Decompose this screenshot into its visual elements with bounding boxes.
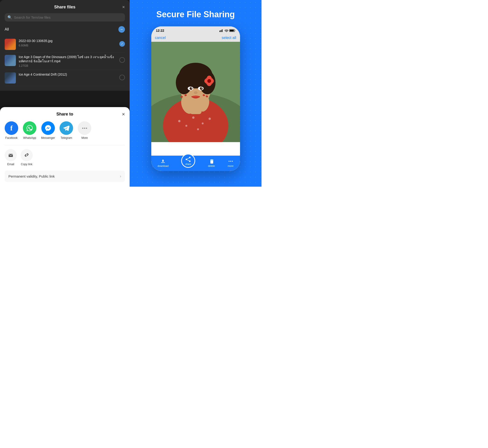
search-bar: 🔍 (5, 13, 125, 22)
telegram-icon (59, 121, 73, 135)
chevron-right-icon: › (120, 174, 121, 179)
svg-point-34 (201, 88, 202, 88)
left-panel: Share files × 🔍 All − 2022-03-30 130635.… (0, 0, 130, 187)
svg-rect-0 (220, 31, 220, 32)
share-apps-row: f Facebook WhatsApp (5, 121, 125, 140)
phone-mockup: 12:22 cancel select all (151, 26, 240, 171)
email-label: Email (7, 163, 14, 166)
all-section: All − (5, 26, 125, 33)
share-to-title: Share to (56, 112, 73, 117)
svg-point-31 (190, 87, 192, 90)
file-name-1: 2022-03-30 130635.jpg (19, 39, 117, 43)
permanent-link-row[interactable]: Permanent validity, Public link › (5, 171, 125, 182)
svg-point-9 (178, 120, 180, 122)
status-icons (220, 29, 235, 32)
file-size-2: 1.27GB (19, 64, 117, 67)
phone-select-all-button[interactable]: select all (222, 36, 236, 40)
svg-point-35 (194, 91, 197, 94)
dot-3 (86, 128, 87, 129)
svg-rect-4 (229, 30, 234, 32)
file-item[interactable]: 2022-03-30 130635.jpg 6.60MB ✓ (5, 36, 125, 53)
delete-label: delete (208, 165, 215, 167)
deselect-all-button[interactable]: − (118, 26, 125, 33)
share-to-close-button[interactable]: × (122, 111, 125, 117)
dialog-header: Share files × (5, 5, 125, 9)
status-time: 12:22 (156, 29, 164, 32)
share-fab-label: share (185, 163, 191, 165)
file-name-2: Ice Age 3 Dawn of the Dinosaurs (2009) ไ… (19, 55, 117, 63)
svg-point-12 (202, 122, 203, 124)
share-actions-row: Email Copy link (5, 149, 125, 166)
svg-rect-8 (170, 112, 221, 142)
divider-1 (5, 145, 125, 145)
more-icon (228, 159, 233, 164)
delete-icon (209, 159, 214, 164)
more-label: More (81, 136, 88, 140)
svg-point-47 (186, 159, 187, 160)
share-to-sheet: Share to × f Facebook WhatsApp (0, 107, 130, 187)
whatsapp-icon (23, 121, 36, 135)
search-icon: 🔍 (8, 15, 12, 20)
messenger-icon (41, 121, 55, 135)
svg-point-33 (191, 88, 192, 88)
all-label: All (5, 27, 9, 32)
file-checkbox-2[interactable] (119, 57, 125, 63)
svg-point-14 (197, 128, 199, 130)
file-item-3[interactable]: Ice Age 4 Continental Drift (2012) (5, 70, 125, 86)
share-app-whatsapp[interactable]: WhatsApp (23, 121, 36, 140)
share-fab-button[interactable]: share (181, 154, 195, 168)
file-thumbnail-2 (5, 55, 16, 66)
download-icon (160, 159, 166, 164)
copylink-action[interactable]: Copy link (21, 149, 33, 166)
share-app-more[interactable]: More (78, 121, 91, 140)
facebook-label: Facebook (5, 136, 18, 140)
svg-point-10 (185, 125, 187, 127)
svg-rect-1 (221, 30, 221, 32)
download-action[interactable]: download (158, 159, 169, 167)
svg-point-50 (230, 161, 231, 162)
permanent-link-text: Permanent validity, Public link (8, 174, 55, 178)
copylink-icon (21, 149, 33, 161)
battery-icon (229, 29, 235, 32)
phone-image-area (151, 42, 240, 142)
signal-icon (220, 29, 224, 32)
more-action[interactable]: more (228, 159, 234, 167)
file-checkbox-1[interactable]: ✓ (119, 41, 125, 47)
messenger-label: Messenger (41, 136, 55, 140)
facebook-icon: f (5, 121, 18, 135)
file-item-2[interactable]: Ice Age 3 Dawn of the Dinosaurs (2009) ไ… (5, 53, 125, 70)
more-label: more (228, 165, 234, 167)
delete-action[interactable]: delete (208, 159, 215, 167)
wifi-icon (225, 29, 228, 32)
dot-2 (84, 128, 85, 129)
svg-rect-2 (222, 29, 222, 32)
file-size-1: 6.60MB (19, 44, 117, 47)
phone-status-bar: 12:22 (151, 26, 240, 34)
share-files-dialog: Share files × 🔍 All − 2022-03-30 130635.… (0, 0, 130, 91)
phone-toolbar: cancel select all (151, 34, 240, 42)
svg-point-51 (232, 161, 233, 162)
svg-point-46 (189, 157, 191, 158)
share-files-close-button[interactable]: × (122, 4, 125, 10)
svg-point-48 (189, 160, 191, 162)
download-label: download (158, 165, 169, 167)
copylink-label: Copy link (21, 163, 32, 166)
share-app-facebook[interactable]: f Facebook (5, 121, 18, 140)
svg-point-32 (200, 87, 203, 90)
phone-cancel-button[interactable]: cancel (155, 36, 166, 40)
phone-bottom-bar: download share delete (151, 156, 240, 171)
share-files-title: Share files (54, 5, 75, 9)
file-checkbox-3[interactable] (119, 75, 125, 80)
sheet-header: Share to × (5, 112, 125, 117)
search-input[interactable] (14, 16, 122, 19)
share-app-telegram[interactable]: Telegram (59, 121, 73, 140)
right-panel: Secure File Sharing 12:22 (130, 0, 261, 187)
file-info-2: Ice Age 3 Dawn of the Dinosaurs (2009) ไ… (19, 55, 117, 67)
dot-1 (82, 128, 83, 129)
file-thumbnail-3 (5, 72, 16, 84)
email-action[interactable]: Email (5, 149, 17, 166)
hero-title: Secure File Sharing (156, 9, 235, 19)
file-name-3: Ice Age 4 Continental Drift (2012) (19, 72, 117, 77)
share-app-messenger[interactable]: Messenger (41, 121, 55, 140)
whatsapp-label: WhatsApp (23, 136, 36, 140)
